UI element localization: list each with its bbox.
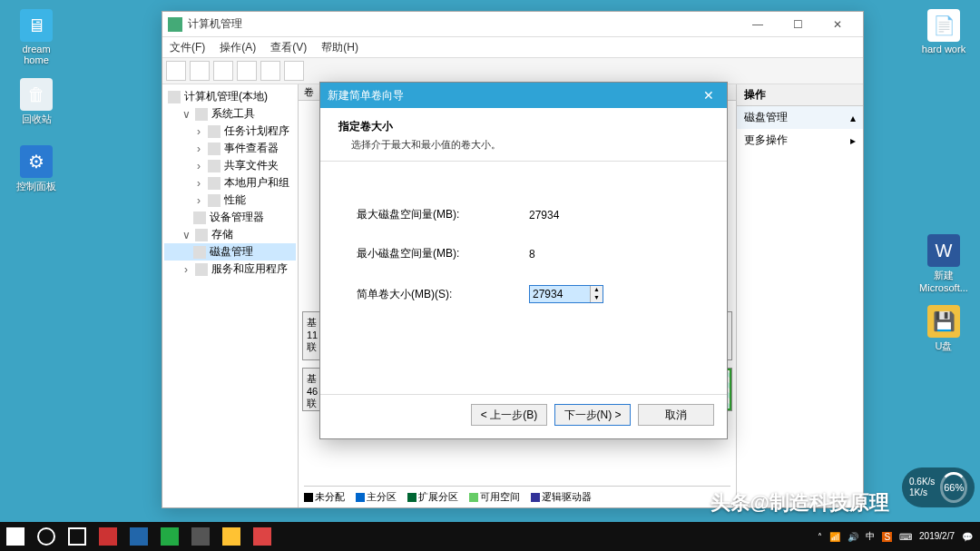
wizard-header: 指定卷大小 选择介于最大和最小值的卷大小。 [320,108,727,162]
menu-view[interactable]: 查看(V) [270,40,307,55]
usb-icon: 💾 [927,305,960,338]
desktop-icon-udisk[interactable]: 💾 U盘 [916,305,971,353]
tree-event[interactable]: ›事件查看器 [164,140,296,157]
icon-label: 回收站 [9,113,64,126]
tray-clock[interactable]: 2019/2/7 [919,531,955,542]
max-space-label: 最大磁盘空间量(MB): [357,207,529,222]
wizard-titlebar[interactable]: 新建简单卷向导 ✕ [320,83,727,108]
wizard-close-button[interactable]: ✕ [698,88,720,103]
task-app-3[interactable] [154,522,185,551]
tray-volume-icon[interactable]: 🔊 [848,532,858,542]
folder-icon: 📄 [927,9,960,42]
maximize-button[interactable]: ☐ [778,15,818,34]
tray-notification-icon[interactable]: 💬 [962,532,973,542]
tree-shared[interactable]: ›共享文件夹 [164,157,296,174]
tray-sogou-icon[interactable]: S [882,532,892,542]
wizard-heading: 指定卷大小 [338,119,709,134]
new-simple-volume-wizard: 新建简单卷向导 ✕ 指定卷大小 选择介于最大和最小值的卷大小。 最大磁盘空间量(… [319,82,728,439]
legend: 未分配 主分区 扩展分区 可用空间 逻辑驱动器 [304,486,730,504]
control-icon: ⚙ [20,145,53,178]
tree-users[interactable]: ›本地用户和组 [164,174,296,192]
cortana-button[interactable] [31,522,62,551]
volume-size-input[interactable] [530,286,590,302]
tree-root[interactable]: 计算机管理(本地) [164,88,296,105]
next-button[interactable]: 下一步(N) > [554,404,631,426]
tray-up-icon[interactable]: ˄ [818,532,822,542]
task-app-1[interactable] [93,522,123,551]
task-app-4[interactable] [185,522,216,551]
icon-label: 控制面板 [9,180,64,193]
back-button[interactable] [166,61,186,81]
refresh-button[interactable] [237,61,257,81]
volume-size-label: 简单卷大小(MB)(S): [357,287,529,302]
wizard-title: 新建简单卷向导 [328,88,698,103]
tree-diskmgmt[interactable]: 磁盘管理 [164,243,296,261]
task-app-5[interactable] [216,522,247,551]
actions-pane: 操作 磁盘管理▴ 更多操作▸ [736,84,863,507]
actions-more[interactable]: 更多操作▸ [737,129,863,152]
actions-diskmgmt[interactable]: 磁盘管理▴ [737,106,863,129]
spinner-down[interactable]: ▼ [591,294,603,302]
min-space-label: 最小磁盘空间量(MB): [357,246,529,261]
menu-file[interactable]: 文件(F) [170,40,205,55]
icon-label: U盘 [916,339,971,353]
network-battery-widget[interactable]: 0.6K/s 1K/s 66% [902,467,975,507]
battery-ring: 66% [940,472,967,503]
min-space-value: 8 [529,248,535,261]
wizard-subheading: 选择介于最大和最小值的卷大小。 [338,138,709,152]
taskbar: ⊞ ˄ 📶 🔊 中 S ⌨ 2019/2/7 💬 [0,522,980,551]
taskview-button[interactable] [62,522,93,551]
net-up: 0.6K/s [909,477,935,487]
menu-help[interactable]: 帮助(H) [321,40,358,55]
help-button[interactable] [284,61,304,81]
volume-size-spinner[interactable]: ▲ ▼ [529,285,603,303]
computer-icon: 🖥 [20,9,53,42]
tree-scheduler[interactable]: ›任务计划程序 [164,123,296,140]
menubar: 文件(F) 操作(A) 查看(V) 帮助(H) [162,37,863,57]
tray-ime-icon[interactable]: 中 [866,530,875,543]
wizard-footer: < 上一步(B) 下一步(N) > 取消 [320,394,727,438]
tree-storage[interactable]: ∨存储 [164,226,296,243]
titlebar[interactable]: 计算机管理 — ☐ ✕ [162,12,863,37]
task-app-6[interactable] [247,522,278,551]
max-space-value: 27934 [529,209,559,221]
chevron-up-icon: ▴ [850,112,856,124]
forward-button[interactable] [190,61,210,81]
app-icon [168,17,182,32]
desktop-icon-dreamhome[interactable]: 🖥 dream home [9,9,64,65]
chevron-right-icon: ▸ [850,134,856,147]
window-title: 计算机管理 [188,16,738,32]
recycle-icon: 🗑 [20,78,53,111]
cancel-button[interactable]: 取消 [638,404,714,426]
up-button[interactable] [213,61,233,81]
desktop-icon-word[interactable]: W 新建 Microsoft... [916,234,971,293]
system-tray[interactable]: ˄ 📶 🔊 中 S ⌨ 2019/2/7 💬 [818,530,980,543]
word-icon: W [927,234,960,267]
view-button[interactable] [260,61,280,81]
menu-action[interactable]: 操作(A) [220,40,256,55]
spinner-up[interactable]: ▲ [591,286,603,294]
tray-wifi-icon[interactable]: 📶 [829,532,840,542]
desktop-icon-recycle[interactable]: 🗑 回收站 [9,78,64,126]
tree-services[interactable]: ›服务和应用程序 [164,261,296,278]
tree-devmgr[interactable]: 设备管理器 [164,209,296,226]
task-app-2[interactable] [123,522,154,551]
minimize-button[interactable]: — [738,15,778,34]
toolbar [162,57,863,84]
start-button[interactable]: ⊞ [0,522,31,551]
icon-label: hard work [916,44,971,54]
tree-systools[interactable]: ∨系统工具 [164,105,296,123]
icon-label: 新建 Microsoft... [916,269,971,293]
icon-label: dream home [9,44,64,65]
watermark: 头条@制造科技原理 [710,489,889,517]
back-button[interactable]: < 上一步(B) [471,404,547,426]
desktop-icon-hardwork[interactable]: 📄 hard work [916,9,971,54]
desktop-icon-control[interactable]: ⚙ 控制面板 [9,145,64,193]
tray-keyboard-icon[interactable]: ⌨ [899,532,912,542]
tree-pane: 计算机管理(本地) ∨系统工具 ›任务计划程序 ›事件查看器 ›共享文件夹 ›本… [162,84,299,507]
tree-perf[interactable]: ›性能 [164,192,296,209]
actions-header: 操作 [737,84,863,106]
net-down: 1K/s [909,487,935,498]
close-button[interactable]: ✕ [818,15,858,34]
